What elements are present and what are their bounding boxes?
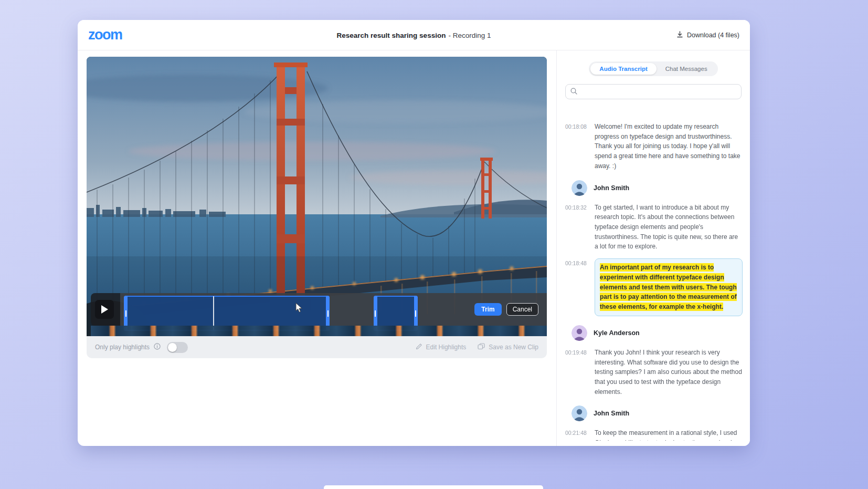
transcript-text: To keep the measurement in a rational st… bbox=[595, 428, 743, 441]
play-button[interactable] bbox=[95, 300, 114, 319]
tab-audio-transcript[interactable]: Audio Transcript bbox=[590, 63, 656, 75]
avatar bbox=[571, 405, 587, 421]
transcript-text: To get started, I want to introduce a bi… bbox=[595, 203, 743, 252]
info-icon bbox=[154, 343, 161, 351]
recording-window: zoom Research result sharing session - R… bbox=[78, 20, 750, 446]
only-play-highlights-label: Only play highlights bbox=[95, 344, 150, 351]
edit-highlights-button[interactable]: Edit Highlights bbox=[416, 343, 467, 351]
avatar bbox=[571, 180, 587, 196]
transcript-text: An important part of my research is to e… bbox=[595, 258, 743, 316]
search-icon bbox=[570, 87, 577, 97]
tab-chat-messages[interactable]: Chat Messages bbox=[657, 63, 716, 75]
timestamp: 00:19:48 bbox=[565, 348, 589, 397]
sidebar-tabs: Audio Transcript Chat Messages bbox=[589, 61, 717, 76]
page-title: Research result sharing session - Record… bbox=[78, 20, 750, 50]
transcript-message[interactable]: 00:18:32 To get started, I want to intro… bbox=[565, 203, 743, 252]
transcript-message[interactable]: 00:21:48 To keep the measurement in a ra… bbox=[565, 428, 743, 441]
download-icon bbox=[676, 31, 683, 39]
cancel-button[interactable]: Cancel bbox=[506, 303, 538, 316]
transcript-message[interactable]: 00:18:08 Welcome! I'm excited to update … bbox=[565, 122, 743, 171]
speaker-name: John Smith bbox=[594, 184, 629, 192]
session-title: Research result sharing session bbox=[337, 32, 446, 39]
save-as-new-clip-label: Save as New Clip bbox=[489, 344, 538, 351]
transcript-sidebar: Audio Transcript Chat Messages 00:18:08 … bbox=[556, 50, 750, 446]
timestamp: 00:18:32 bbox=[565, 203, 589, 252]
speaker-row: John Smith bbox=[571, 405, 743, 421]
video-player[interactable]: Trim Cancel bbox=[87, 57, 547, 336]
timestamp: 00:18:08 bbox=[565, 122, 589, 171]
trim-button[interactable]: Trim bbox=[474, 303, 501, 316]
transcript-text: Welcome! I'm excited to update my resear… bbox=[595, 122, 743, 171]
edit-highlights-label: Edit Highlights bbox=[426, 344, 467, 351]
speaker-row: Kyle Anderson bbox=[571, 325, 743, 341]
speaker-name: John Smith bbox=[594, 410, 629, 417]
timestamp: 00:21:48 bbox=[565, 428, 589, 441]
recording-label: - Recording 1 bbox=[448, 32, 491, 39]
search-box[interactable] bbox=[565, 84, 742, 99]
zoom-logo: zoom bbox=[88, 27, 122, 43]
filmstrip-thumbnails[interactable] bbox=[91, 326, 547, 336]
pencil-icon bbox=[416, 343, 422, 351]
timestamp: 00:18:48 bbox=[565, 258, 589, 316]
playhead[interactable] bbox=[213, 296, 214, 330]
save-as-new-clip-button[interactable]: Save as New Clip bbox=[478, 343, 538, 351]
transcript-list[interactable]: 00:18:08 Welcome! I'm excited to update … bbox=[565, 122, 743, 441]
only-play-highlights-toggle[interactable] bbox=[167, 342, 188, 353]
download-button[interactable]: Download (4 files) bbox=[676, 20, 739, 50]
bottom-notch bbox=[324, 485, 543, 489]
speaker-name: Kyle Anderson bbox=[594, 329, 640, 337]
header: zoom Research result sharing session - R… bbox=[78, 20, 750, 50]
transcript-text: Thank you John! I think your research is… bbox=[595, 348, 743, 397]
player-footer: Only play highlights Edit Highlights bbox=[87, 336, 547, 358]
transcript-message[interactable]: 00:18:48 An important part of my researc… bbox=[565, 258, 743, 316]
download-label: Download (4 files) bbox=[687, 32, 739, 39]
page-background: zoom Research result sharing session - R… bbox=[0, 0, 868, 489]
clip-copy-icon bbox=[478, 343, 485, 351]
speaker-row: John Smith bbox=[571, 180, 743, 196]
trim-control-bar: Trim Cancel bbox=[91, 293, 547, 326]
transcript-message[interactable]: 00:19:48 Thank you John! I think your re… bbox=[565, 348, 743, 397]
avatar bbox=[571, 325, 587, 341]
play-icon bbox=[101, 305, 108, 314]
search-input[interactable] bbox=[581, 88, 736, 96]
